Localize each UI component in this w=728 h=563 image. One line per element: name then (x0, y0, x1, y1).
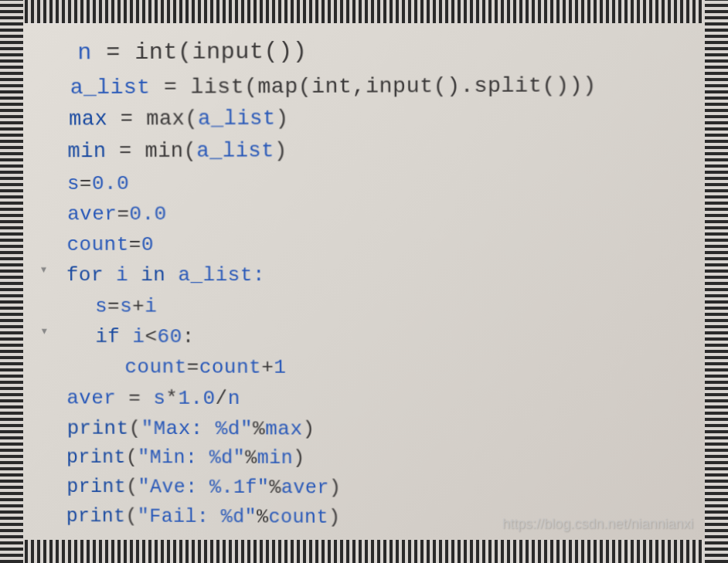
token-op: % (269, 477, 281, 499)
fold-marker-icon[interactable]: ▾ (40, 321, 49, 342)
token-op: = (80, 172, 92, 195)
token-var: max (265, 418, 302, 441)
token-var: s (120, 295, 132, 318)
token-paren: ( (126, 477, 138, 498)
code-line-7[interactable]: count=0 (63, 229, 712, 260)
token-var: n (228, 387, 240, 410)
token-kw: if (95, 325, 120, 348)
token-var: i (104, 264, 141, 287)
code-line-2[interactable]: a_list = list(map(int,input().split())) (63, 68, 713, 104)
token-num: 1.0 (178, 387, 215, 410)
token-num: 0 (141, 233, 154, 256)
token-paren: ) (276, 107, 289, 131)
token-var: aver (66, 386, 116, 409)
token-paren: ( (125, 506, 138, 527)
code-line-10[interactable]: ▾if i<60: (65, 321, 713, 353)
token-var: aver (281, 477, 329, 500)
code-line-14[interactable]: print("Min: %d"%min) (66, 443, 712, 476)
token-op: % (253, 418, 265, 441)
token-var: a_list: (165, 264, 265, 287)
token-str: "Ave: %.1f" (138, 477, 270, 499)
token-op: = (107, 295, 120, 318)
token-num: 0.0 (129, 202, 166, 226)
token-paren: ( (185, 107, 198, 131)
token-var: a_list (198, 107, 276, 131)
code-line-5[interactable]: s=0.0 (63, 167, 713, 199)
token-paren: ) (328, 507, 341, 529)
token-builtin: map (257, 74, 298, 98)
token-var: i (145, 295, 157, 318)
token-op: = (150, 75, 190, 99)
token-kw: max (69, 108, 107, 131)
token-paren: ) (302, 418, 315, 441)
token-op: + (261, 356, 274, 379)
code-line-11[interactable]: count=count+1 (65, 352, 713, 384)
token-paren: ())) (542, 73, 597, 97)
token-paren: ) (329, 477, 342, 500)
token-kw: print (67, 417, 129, 440)
token-var: a_list (196, 139, 274, 162)
token-paren: (). (434, 73, 475, 97)
token-var: count (124, 356, 186, 379)
token-op: , (352, 74, 366, 98)
token-builtin: input (192, 39, 264, 65)
token-num: 60 (157, 325, 182, 348)
token-op: = (106, 140, 145, 163)
token-op: = (117, 202, 129, 226)
token-var: aver (67, 202, 117, 226)
token-paren: ( (244, 75, 258, 99)
token-var: s (153, 387, 165, 410)
token-var: s (67, 172, 80, 195)
code-line-3[interactable]: max = max(a_list) (63, 101, 713, 136)
code-line-15[interactable]: print("Ave: %.1f"%aver) (66, 473, 712, 505)
token-op: + (132, 295, 145, 318)
token-var: count (199, 356, 262, 379)
token-var: s (95, 295, 107, 318)
code-line-9[interactable]: s=s+i (64, 291, 712, 322)
token-kw: print (66, 505, 126, 527)
token-var: a_list (70, 75, 151, 99)
token-kw: print (66, 476, 126, 498)
token-kw: for (66, 264, 104, 287)
watermark-text: https://blog.csdn.net/niannianxi (502, 516, 693, 532)
token-op: % (245, 447, 257, 470)
code-line-1[interactable]: n = int(input()) (62, 32, 713, 71)
token-str: "Fail: %d" (138, 506, 257, 528)
token-op: = (116, 387, 153, 410)
code-line-13[interactable]: print("Max: %d"%max) (66, 413, 713, 446)
token-kw: print (66, 446, 126, 469)
token-paren: ) (274, 139, 287, 162)
token-op: = (187, 356, 199, 379)
token-op: = (129, 233, 141, 256)
token-builtin: input (366, 74, 434, 98)
token-paren: ()) (264, 39, 307, 65)
token-var: n (77, 39, 92, 66)
token-paren: ) (293, 448, 305, 470)
token-op: % (257, 506, 269, 528)
token-kw: in (141, 264, 165, 287)
token-paren: ( (126, 447, 138, 469)
token-op: = (107, 107, 146, 131)
token-builtin: split (474, 73, 542, 97)
token-builtin: min (145, 140, 183, 163)
token-op: * (165, 387, 178, 410)
code-line-4[interactable]: min = min(a_list) (63, 134, 713, 168)
token-var: count (269, 506, 329, 528)
token-paren: ( (184, 140, 197, 163)
border-top (0, 0, 728, 23)
token-op: / (216, 387, 228, 410)
code-line-8[interactable]: ▾for i in a_list: (64, 260, 713, 291)
token-kw: min (67, 140, 106, 163)
token-op: = (92, 39, 135, 66)
border-left (0, 0, 23, 563)
token-builtin: list (190, 75, 244, 99)
token-builtin: int (134, 39, 178, 66)
token-paren: ( (298, 74, 312, 98)
token-op: < (145, 325, 157, 348)
code-content[interactable]: n = int(input())a_list = list(map(int,in… (23, 20, 713, 535)
token-var: i (120, 325, 145, 348)
token-num: 0.0 (92, 171, 129, 195)
fold-marker-icon[interactable]: ▾ (39, 260, 49, 281)
code-line-6[interactable]: aver=0.0 (63, 198, 713, 229)
code-line-12[interactable]: aver = s*1.0/n (65, 383, 712, 415)
